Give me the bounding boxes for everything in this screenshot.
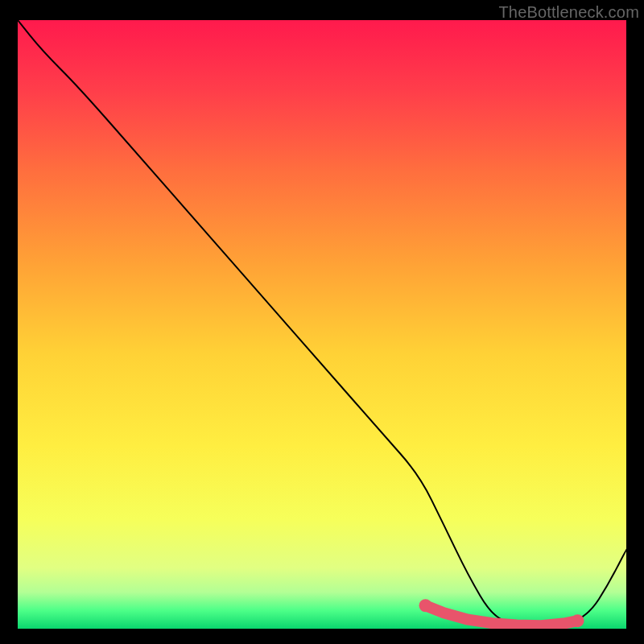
watermark-text: TheBottleneck.com: [498, 3, 639, 22]
gradient-background: [18, 20, 626, 629]
svg-point-0: [419, 599, 432, 612]
chart-plot: [18, 20, 626, 629]
chart-container: TheBottleneck.com: [0, 0, 644, 644]
svg-point-1: [572, 614, 584, 627]
chart-svg: [18, 20, 626, 629]
